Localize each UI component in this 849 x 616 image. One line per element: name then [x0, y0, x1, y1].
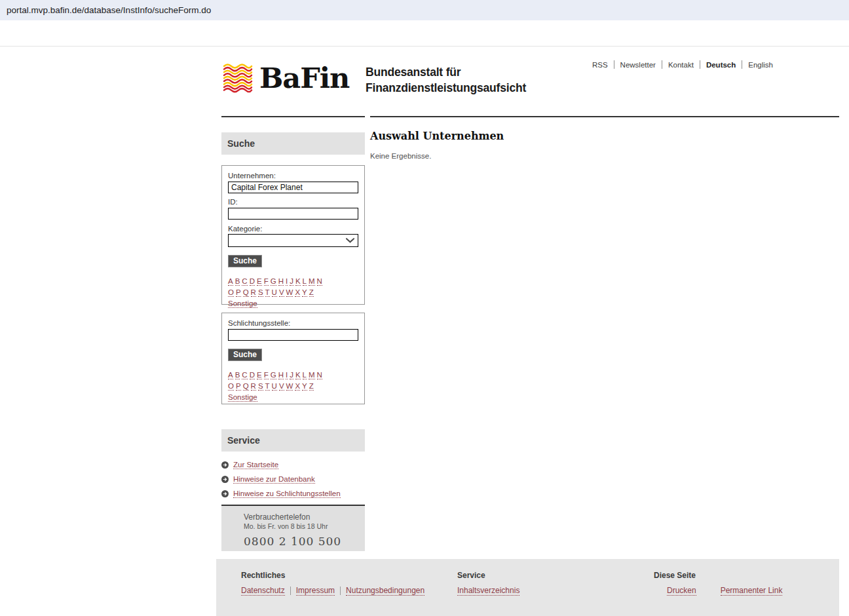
letter-link[interactable]: R [251, 288, 256, 297]
footer-link-nutzungsbedingungen[interactable]: Nutzungsbedingungen [346, 586, 424, 596]
phone-title: Verbrauchertelefon [244, 512, 365, 522]
letter-link[interactable]: B [235, 277, 240, 286]
letter-link[interactable]: T [265, 382, 270, 391]
letter-link[interactable]: I [286, 371, 288, 379]
letter-link[interactable]: J [290, 371, 293, 379]
letter-link[interactable]: A [228, 277, 233, 286]
letter-link[interactable]: P [236, 288, 241, 297]
letter-link[interactable]: O [228, 382, 234, 391]
service-link-row: Hinweise zur Datenbank [221, 472, 365, 486]
letter-link[interactable]: X [295, 288, 300, 297]
letter-link[interactable]: L [303, 277, 307, 286]
schlichtungsstelle-input[interactable] [228, 329, 358, 341]
company-search-button[interactable]: Suche [228, 255, 262, 267]
letter-link[interactable]: M [309, 277, 315, 286]
letter-link[interactable]: A [228, 371, 233, 379]
unternehmen-label: Unternehmen: [228, 172, 358, 180]
nav-rss[interactable]: RSS [592, 61, 608, 69]
letter-link[interactable]: Q [243, 382, 249, 391]
id-input[interactable] [228, 208, 358, 220]
arbitration-alphabet: ABCDEFGHIJKLMN OPQRSTUVWXYZ Sonstige [228, 369, 358, 402]
letter-link[interactable]: H [278, 371, 284, 379]
company-alphabet: ABCDEFGHIJKLMN OPQRSTUVWXYZ Sonstige [228, 275, 358, 309]
url-text: portal.mvp.bafin.de/database/InstInfo/su… [7, 5, 211, 15]
letter-link[interactable]: B [235, 371, 240, 379]
nav-kontakt[interactable]: Kontakt [668, 61, 694, 69]
letter-link[interactable]: C [242, 277, 247, 286]
letter-link[interactable]: I [286, 277, 288, 286]
letter-link[interactable]: N [317, 371, 322, 379]
empty-results-message: Keine Ergebnisse. [370, 152, 431, 160]
alphabet-row-2: OPQRSTUVWXYZ [228, 286, 358, 298]
letter-link[interactable]: Q [243, 288, 249, 297]
footer-col-rechtliches: Rechtliches Datenschutz Impressum Nutzun… [241, 571, 285, 580]
footer-link-inhaltsverzeichnis[interactable]: Inhaltsverzeichnis [457, 586, 519, 596]
letter-link[interactable]: U [272, 288, 277, 297]
letter-link[interactable]: M [309, 371, 315, 379]
arrow-circle-icon [221, 461, 229, 469]
letter-link[interactable]: L [303, 371, 307, 379]
letter-link[interactable]: W [286, 288, 293, 297]
alphabet-row-2: OPQRSTUVWXYZ [228, 380, 358, 391]
phone-hours: Mo. bis Fr. von 8 bis 18 Uhr [244, 522, 365, 530]
letter-link[interactable]: C [242, 371, 247, 379]
alphabet-row-3: Sonstige [228, 298, 358, 309]
letter-link[interactable]: Y [302, 288, 307, 297]
letter-link[interactable]: Z [309, 288, 314, 297]
alphabet-row-1: ABCDEFGHIJKLMN [228, 275, 358, 286]
letter-link[interactable]: Z [309, 382, 314, 391]
page-title: Auswahl Unternehmen [370, 130, 504, 142]
letter-link[interactable]: D [250, 277, 255, 286]
footer-link-impressum[interactable]: Impressum [296, 586, 335, 596]
nav-english[interactable]: English [748, 61, 773, 69]
letter-link[interactable]: K [295, 277, 301, 286]
sonstige-link[interactable]: Sonstige [228, 393, 257, 402]
letter-link[interactable]: X [295, 382, 300, 391]
service-link[interactable]: Hinweise zu Schlichtungsstellen [233, 490, 341, 498]
org-line-2: Finanzdienstleistungsaufsicht [366, 80, 526, 96]
letter-link[interactable]: K [295, 371, 301, 379]
sonstige-link[interactable]: Sonstige [228, 299, 257, 308]
letter-link[interactable]: G [271, 277, 276, 286]
nav-newsletter[interactable]: Newsletter [620, 61, 656, 69]
letter-link[interactable]: E [257, 277, 262, 286]
letter-link[interactable]: W [286, 382, 293, 391]
kategorie-select[interactable] [228, 234, 358, 247]
alphabet-row-3: Sonstige [228, 391, 358, 402]
sidebar-top-rule [221, 116, 365, 117]
letter-link[interactable]: G [271, 371, 276, 379]
letter-link[interactable]: F [264, 277, 269, 286]
footer-col-diese-seite: Diese Seite Drucken Permanenter Link [654, 571, 696, 580]
arbitration-search-button[interactable]: Suche [228, 349, 262, 361]
sidebar-service-header-label: Service [227, 435, 260, 446]
nav-deutsch[interactable]: Deutsch [706, 61, 736, 69]
letter-link[interactable]: D [250, 371, 255, 379]
letter-link[interactable]: R [251, 382, 256, 391]
letter-link[interactable]: V [279, 288, 284, 297]
letter-link[interactable]: O [228, 288, 234, 297]
letter-link[interactable]: E [257, 371, 262, 379]
footer-link-permanenter-link[interactable]: Permanenter Link [721, 586, 783, 596]
letter-link[interactable]: F [264, 371, 269, 379]
browser-url-bar[interactable]: portal.mvp.bafin.de/database/InstInfo/su… [0, 0, 849, 20]
letter-link[interactable]: P [236, 382, 241, 391]
letter-link[interactable]: T [265, 288, 270, 297]
arrow-circle-icon [221, 476, 229, 483]
service-link[interactable]: Zur Startseite [233, 461, 278, 469]
letter-link[interactable]: Y [302, 382, 307, 391]
letter-link[interactable]: S [258, 382, 263, 391]
letter-link[interactable]: N [317, 277, 322, 286]
letter-link[interactable]: U [272, 382, 277, 391]
letter-link[interactable]: V [279, 382, 284, 391]
service-link[interactable]: Hinweise zur Datenbank [233, 475, 315, 484]
bafin-logo[interactable]: BaFin [223, 62, 349, 94]
nav-separator [614, 60, 614, 69]
letter-link[interactable]: H [278, 277, 284, 286]
footer-link-datenschutz[interactable]: Datenschutz [241, 586, 285, 596]
footer-link-drucken[interactable]: Drucken [667, 586, 696, 596]
letter-link[interactable]: S [258, 288, 263, 297]
unternehmen-input[interactable] [228, 182, 358, 193]
content-top-rule [370, 116, 839, 117]
footer-heading: Diese Seite [654, 571, 696, 580]
letter-link[interactable]: J [290, 277, 293, 286]
